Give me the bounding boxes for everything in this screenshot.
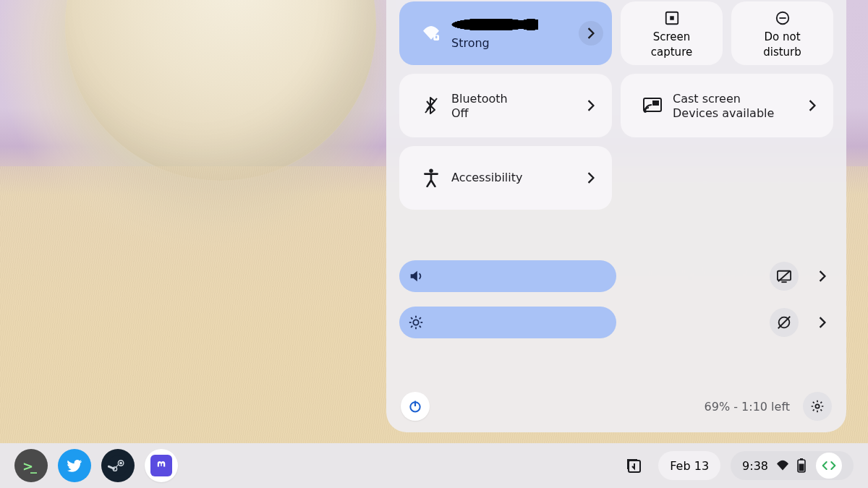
app-terminal[interactable] (14, 449, 48, 482)
phone-hub-button[interactable] (619, 451, 648, 480)
display-expand[interactable] (812, 317, 833, 328)
dnd-tile[interactable]: Do not disturb (731, 1, 833, 65)
twitter-icon (66, 457, 83, 474)
settings-button[interactable] (803, 392, 832, 421)
status-wifi-icon (775, 460, 790, 471)
wifi-labels: Strong (447, 17, 579, 50)
brightness-track[interactable] (629, 307, 757, 338)
status-battery-icon (797, 458, 806, 473)
cast-tile[interactable]: Cast screen Devices available (621, 74, 833, 137)
audio-output-button[interactable] (770, 262, 799, 291)
power-icon (408, 399, 422, 414)
accessibility-icon (415, 168, 447, 187)
wifi-strength: Strong (451, 36, 579, 50)
volume-slider[interactable] (399, 260, 616, 292)
svg-line-21 (411, 326, 412, 328)
screen-capture-label-1: Screen (653, 31, 691, 43)
svg-rect-9 (652, 100, 659, 106)
phone-hub-icon (625, 457, 642, 474)
wifi-expand[interactable] (579, 21, 603, 46)
svg-rect-3 (670, 16, 674, 20)
audio-expand[interactable] (812, 270, 833, 282)
app-mastodon[interactable] (145, 449, 178, 482)
night-light-button[interactable] (770, 308, 799, 337)
app-steam[interactable] (101, 449, 135, 482)
night-light-off-icon (776, 314, 792, 330)
bluetooth-tile[interactable]: Bluetooth Off (399, 74, 612, 137)
status-area[interactable]: 9:38 (731, 451, 854, 480)
svg-line-20 (420, 326, 421, 328)
brightness-slider[interactable] (399, 307, 616, 338)
bluetooth-status: Off (451, 106, 579, 120)
mastodon-icon (150, 455, 172, 476)
wifi-tile[interactable]: Strong (399, 1, 612, 65)
screen-capture-tile[interactable]: Screen capture (621, 1, 723, 65)
wifi-name-redacted (451, 19, 538, 30)
steam-icon (108, 455, 128, 476)
accessibility-title: Accessibility (451, 171, 579, 185)
brightness-row (399, 307, 833, 338)
svg-point-30 (119, 462, 122, 465)
svg-point-27 (815, 404, 819, 408)
cast-icon (637, 98, 668, 114)
status-time: 9:38 (742, 459, 768, 473)
cast-subtitle: Devices available (673, 106, 800, 120)
app-twitter[interactable] (58, 449, 91, 482)
dnd-label-1: Do not (764, 31, 800, 43)
dnd-icon (775, 8, 791, 28)
wifi-icon (415, 25, 447, 41)
gear-icon (810, 399, 825, 414)
accessibility-expand[interactable] (579, 166, 603, 190)
cast-title: Cast screen (673, 92, 800, 106)
power-button[interactable] (401, 392, 430, 421)
bluetooth-off-icon (415, 96, 447, 115)
bluetooth-title: Bluetooth (451, 92, 579, 106)
svg-line-22 (420, 317, 421, 319)
battery-text: 69% - 1:10 left (705, 400, 790, 414)
quick-settings-panel: Strong Screen capture Do not disturb (386, 0, 846, 432)
shelf: Feb 13 9:38 (0, 443, 868, 488)
svg-point-10 (429, 169, 433, 173)
dnd-label-2: disturb (763, 46, 801, 59)
audio-output-icon (776, 269, 792, 283)
accessibility-tile[interactable]: Accessibility (399, 146, 612, 210)
bluetooth-expand[interactable] (579, 93, 603, 118)
screen-capture-icon (664, 8, 680, 28)
volume-row (399, 260, 833, 292)
svg-point-14 (413, 320, 418, 325)
svg-point-8 (644, 110, 647, 113)
brightness-icon (408, 314, 424, 330)
volume-track[interactable] (629, 260, 757, 292)
dev-mode-button[interactable] (816, 453, 842, 479)
calendar-pill[interactable]: Feb 13 (658, 451, 720, 480)
dev-mode-icon (822, 461, 836, 471)
svg-rect-35 (799, 464, 804, 471)
svg-rect-12 (781, 281, 786, 283)
calendar-date: Feb 13 (670, 459, 709, 473)
volume-icon (408, 268, 424, 284)
svg-rect-1 (435, 36, 437, 39)
svg-rect-34 (800, 458, 803, 460)
svg-line-19 (411, 317, 412, 319)
screen-capture-label-2: capture (651, 46, 692, 59)
cast-expand[interactable] (800, 93, 825, 118)
